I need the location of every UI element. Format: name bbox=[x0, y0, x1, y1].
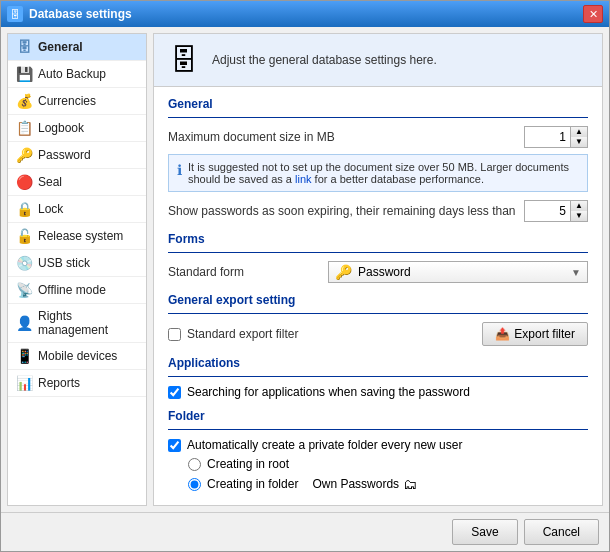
title-bar-left: 🗄 Database settings bbox=[7, 6, 132, 22]
standard-export-label: Standard export filter bbox=[187, 327, 298, 341]
dropdown-arrow: ▼ bbox=[571, 267, 581, 278]
offline-mode-icon: 📡 bbox=[16, 282, 32, 298]
section-title-folder: Folder bbox=[168, 409, 588, 423]
sidebar-item-offline-mode[interactable]: 📡 Offline mode bbox=[8, 277, 146, 304]
sidebar-label-auto-backup: Auto Backup bbox=[38, 67, 106, 81]
show-pass-arrows: ▲ ▼ bbox=[570, 201, 587, 221]
sidebar: 🗄 General 💾 Auto Backup 💰 Currencies 📋 L… bbox=[7, 33, 147, 506]
info-link[interactable]: link bbox=[295, 173, 312, 185]
creating-in-folder-radio[interactable] bbox=[188, 478, 201, 491]
max-doc-spinbox[interactable]: ▲ ▼ bbox=[524, 126, 588, 148]
info-box: ℹ It is suggested not to set up the docu… bbox=[168, 154, 588, 192]
close-button[interactable]: ✕ bbox=[583, 5, 603, 23]
title-bar: 🗄 Database settings ✕ bbox=[1, 1, 609, 27]
info-icon: ℹ bbox=[177, 162, 182, 178]
creating-in-root-label: Creating in root bbox=[207, 457, 289, 471]
sidebar-item-auto-backup[interactable]: 💾 Auto Backup bbox=[8, 61, 146, 88]
seal-icon: 🔴 bbox=[16, 174, 32, 190]
cancel-button[interactable]: Cancel bbox=[524, 519, 599, 545]
export-filter-label: Export filter bbox=[514, 327, 575, 341]
main-header: 🗄 Adjust the general database settings h… bbox=[154, 34, 602, 87]
section-divider-general bbox=[168, 117, 588, 118]
release-system-icon: 🔓 bbox=[16, 228, 32, 244]
sidebar-item-seal[interactable]: 🔴 Seal bbox=[8, 169, 146, 196]
show-pass-row: Show passwords as soon expiring, their r… bbox=[168, 200, 588, 222]
auto-create-checkbox[interactable] bbox=[168, 439, 181, 452]
sidebar-label-rights-management: Rights management bbox=[38, 309, 138, 337]
main-panel: 🗄 Adjust the general database settings h… bbox=[153, 33, 603, 506]
window-icon: 🗄 bbox=[7, 6, 23, 22]
sidebar-item-release-system[interactable]: 🔓 Release system bbox=[8, 223, 146, 250]
sidebar-item-usb-stick[interactable]: 💿 USB stick bbox=[8, 250, 146, 277]
sidebar-label-release-system: Release system bbox=[38, 229, 123, 243]
section-divider-folder bbox=[168, 429, 588, 430]
rights-management-icon: 👤 bbox=[16, 315, 32, 331]
sidebar-label-seal: Seal bbox=[38, 175, 62, 189]
section-divider-export bbox=[168, 313, 588, 314]
lock-icon: 🔒 bbox=[16, 201, 32, 217]
max-doc-input[interactable] bbox=[525, 127, 570, 147]
search-apps-row: Searching for applications when saving t… bbox=[168, 385, 588, 399]
sidebar-item-rights-management[interactable]: 👤 Rights management bbox=[8, 304, 146, 343]
section-title-applications: Applications bbox=[168, 356, 588, 370]
show-pass-up[interactable]: ▲ bbox=[571, 201, 587, 211]
sidebar-item-lock[interactable]: 🔒 Lock bbox=[8, 196, 146, 223]
auto-backup-icon: 💾 bbox=[16, 66, 32, 82]
dropdown-content: 🔑 Password bbox=[335, 264, 411, 280]
search-apps-label: Searching for applications when saving t… bbox=[187, 385, 470, 399]
general-icon: 🗄 bbox=[16, 39, 32, 55]
logbook-icon: 📋 bbox=[16, 120, 32, 136]
max-doc-row: Maximum document size in MB ▲ ▼ bbox=[168, 126, 588, 148]
standard-form-row: Standard form 🔑 Password ▼ bbox=[168, 261, 588, 283]
auto-create-label: Automatically create a private folder ev… bbox=[187, 438, 462, 452]
show-pass-down[interactable]: ▼ bbox=[571, 211, 587, 221]
standard-export-checkbox-row: Standard export filter bbox=[168, 327, 298, 341]
sidebar-label-general: General bbox=[38, 40, 83, 54]
creating-in-folder-row: Creating in folder Own Passwords 🗂 bbox=[188, 476, 588, 492]
sidebar-label-offline-mode: Offline mode bbox=[38, 283, 106, 297]
info-text-part2: for a better database performance. bbox=[315, 173, 484, 185]
standard-form-dropdown[interactable]: 🔑 Password ▼ bbox=[328, 261, 588, 283]
main-header-text: Adjust the general database settings her… bbox=[212, 53, 437, 67]
creating-in-root-row: Creating in root bbox=[188, 457, 588, 471]
sidebar-item-reports[interactable]: 📊 Reports bbox=[8, 370, 146, 397]
sidebar-label-usb-stick: USB stick bbox=[38, 256, 90, 270]
sidebar-label-logbook: Logbook bbox=[38, 121, 84, 135]
folder-icon: 🗂 bbox=[403, 476, 417, 492]
show-pass-spinbox[interactable]: ▲ ▼ bbox=[524, 200, 588, 222]
currencies-icon: 💰 bbox=[16, 93, 32, 109]
show-pass-input[interactable] bbox=[525, 201, 570, 221]
dropdown-value: Password bbox=[358, 265, 411, 279]
sidebar-label-mobile-devices: Mobile devices bbox=[38, 349, 117, 363]
export-row: Standard export filter 📤 Export filter bbox=[168, 322, 588, 346]
sidebar-item-password[interactable]: 🔑 Password bbox=[8, 142, 146, 169]
sidebar-item-general[interactable]: 🗄 General bbox=[8, 34, 146, 61]
section-title-general: General bbox=[168, 97, 588, 111]
save-button[interactable]: Save bbox=[452, 519, 517, 545]
max-doc-down[interactable]: ▼ bbox=[571, 137, 587, 147]
main-content: General Maximum document size in MB ▲ ▼ bbox=[154, 87, 602, 506]
sidebar-item-mobile-devices[interactable]: 📱 Mobile devices bbox=[8, 343, 146, 370]
window-body: 🗄 General 💾 Auto Backup 💰 Currencies 📋 L… bbox=[1, 27, 609, 512]
password-icon: 🔑 bbox=[16, 147, 32, 163]
standard-form-label: Standard form bbox=[168, 265, 328, 279]
info-text: It is suggested not to set up the docume… bbox=[188, 161, 579, 185]
max-doc-arrows: ▲ ▼ bbox=[570, 127, 587, 147]
sidebar-label-password: Password bbox=[38, 148, 91, 162]
standard-export-checkbox[interactable] bbox=[168, 328, 181, 341]
search-apps-checkbox[interactable] bbox=[168, 386, 181, 399]
sidebar-item-logbook[interactable]: 📋 Logbook bbox=[8, 115, 146, 142]
max-doc-up[interactable]: ▲ bbox=[571, 127, 587, 137]
footer: Save Cancel bbox=[1, 512, 609, 551]
section-title-export: General export setting bbox=[168, 293, 588, 307]
sidebar-item-currencies[interactable]: 💰 Currencies bbox=[8, 88, 146, 115]
folder-name: Own Passwords bbox=[312, 477, 399, 491]
section-title-forms: Forms bbox=[168, 232, 588, 246]
sidebar-label-lock: Lock bbox=[38, 202, 63, 216]
mobile-devices-icon: 📱 bbox=[16, 348, 32, 364]
creating-in-root-radio[interactable] bbox=[188, 458, 201, 471]
section-divider-applications bbox=[168, 376, 588, 377]
max-doc-label: Maximum document size in MB bbox=[168, 130, 516, 144]
export-filter-button[interactable]: 📤 Export filter bbox=[482, 322, 588, 346]
database-settings-window: 🗄 Database settings ✕ 🗄 General 💾 Auto B… bbox=[0, 0, 610, 552]
